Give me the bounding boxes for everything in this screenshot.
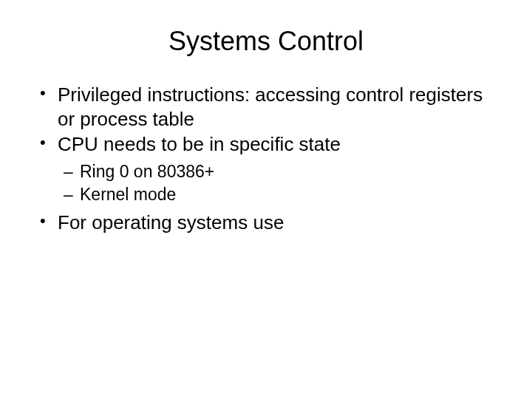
list-item: Privileged instructions: accessing contr… bbox=[37, 83, 502, 131]
slide-title: Systems Control bbox=[30, 26, 502, 57]
list-item: Ring 0 on 80386+ bbox=[64, 161, 502, 183]
list-item: CPU needs to be in specific state bbox=[37, 132, 502, 157]
list-item: Kernel mode bbox=[64, 184, 502, 206]
list-item: For operating systems use bbox=[37, 211, 502, 235]
bullet-list: Privileged instructions: accessing contr… bbox=[30, 83, 502, 235]
